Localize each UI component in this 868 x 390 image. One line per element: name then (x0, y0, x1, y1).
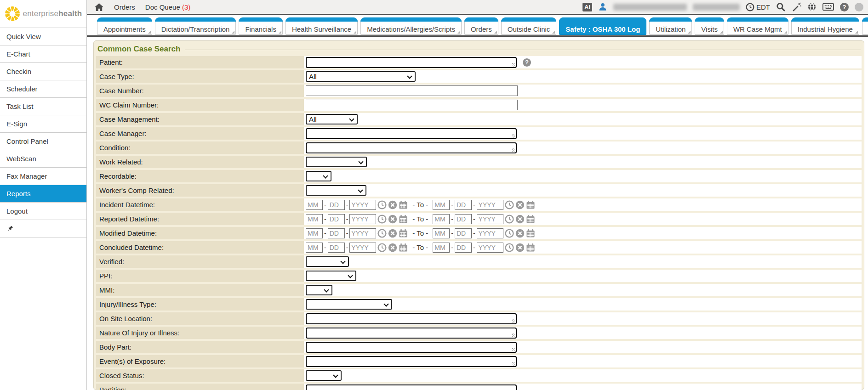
timezone-indicator[interactable]: EDT (746, 3, 770, 11)
tab-safety-osha-300-log[interactable]: Safety : OSHA 300 Log (559, 17, 646, 35)
sidebar-item-scheduler[interactable]: Scheduler (0, 80, 86, 98)
month-input[interactable] (433, 214, 450, 224)
globe-icon[interactable] (807, 2, 817, 11)
calendar-icon[interactable] (526, 229, 535, 238)
clear-date-icon[interactable] (388, 243, 397, 252)
month-input[interactable] (433, 228, 450, 238)
sidebar-item-fax-manager[interactable]: Fax Manager (0, 168, 86, 185)
year-input[interactable] (349, 228, 376, 238)
pin-icon[interactable] (7, 225, 14, 232)
time-picker-icon[interactable] (377, 243, 387, 252)
body-part-input[interactable] (306, 342, 517, 353)
search-icon[interactable] (776, 2, 786, 12)
sidebar-item-control-panel[interactable]: Control Panel (0, 133, 86, 150)
sidebar-item-logout[interactable]: Logout (0, 203, 86, 220)
day-input[interactable] (328, 200, 345, 210)
case-management-select[interactable]: All (306, 114, 358, 124)
clear-date-icon[interactable] (515, 243, 525, 252)
calendar-icon[interactable] (399, 229, 408, 238)
sidebar-item-quick-view[interactable]: Quick View (0, 28, 86, 45)
sidebar-item-e-sign[interactable]: E-Sign (0, 115, 86, 133)
injury-illness-type-select[interactable] (306, 299, 392, 310)
tab-hr-data-feed[interactable]: HR Data Feed (862, 17, 868, 35)
keyboard-icon[interactable] (822, 3, 834, 11)
day-input[interactable] (328, 243, 345, 253)
year-input[interactable] (349, 243, 376, 253)
sidebar-pin-row[interactable] (0, 220, 86, 237)
month-input[interactable] (433, 243, 450, 253)
day-input[interactable] (328, 228, 345, 238)
year-input[interactable] (477, 200, 503, 210)
condition-input[interactable] (306, 142, 517, 153)
year-input[interactable] (477, 228, 503, 238)
mmi-select[interactable] (306, 285, 332, 295)
nav-orders[interactable]: Orders (114, 3, 135, 11)
tab-outside-clinic[interactable]: Outside Clinic (501, 17, 557, 35)
time-picker-icon[interactable] (505, 229, 514, 238)
clear-date-icon[interactable] (388, 200, 397, 209)
clear-date-icon[interactable] (515, 215, 525, 224)
month-input[interactable] (306, 214, 323, 224)
case-type-select[interactable]: All (306, 71, 416, 82)
time-picker-icon[interactable] (377, 229, 387, 238)
month-input[interactable] (306, 243, 323, 253)
time-picker-icon[interactable] (377, 200, 387, 209)
tab-medications-allergies-scripts[interactable]: Medications/Allergies/Scripts (360, 17, 462, 35)
time-picker-icon[interactable] (505, 243, 514, 252)
ppi-select[interactable] (306, 271, 356, 281)
day-input[interactable] (455, 200, 472, 210)
clear-date-icon[interactable] (388, 229, 397, 238)
calendar-icon[interactable] (399, 243, 408, 252)
magic-wand-icon[interactable] (792, 2, 801, 12)
year-input[interactable] (477, 243, 503, 253)
calendar-icon[interactable] (526, 215, 535, 224)
tab-industrial-hygiene[interactable]: Industrial Hygiene (791, 17, 859, 35)
sidebar-item-reports[interactable]: Reports (0, 185, 86, 203)
calendar-icon[interactable] (399, 215, 408, 224)
partition-input[interactable] (306, 384, 517, 390)
event-s-of-exposure-input[interactable] (306, 356, 517, 367)
clear-date-icon[interactable] (388, 215, 397, 224)
recordable-select[interactable] (306, 171, 331, 181)
help-icon[interactable]: ? (840, 3, 849, 11)
clear-date-icon[interactable] (515, 229, 525, 238)
year-input[interactable] (477, 214, 503, 224)
tab-utilization[interactable]: Utilization (649, 17, 692, 35)
tab-health-surveillance[interactable]: Health Surveillance (286, 17, 358, 35)
closed-status-select[interactable] (306, 370, 342, 381)
month-input[interactable] (433, 200, 450, 210)
tab-financials[interactable]: Financials (239, 17, 283, 35)
month-input[interactable] (306, 228, 323, 238)
calendar-icon[interactable] (399, 200, 408, 209)
sidebar-item-e-chart[interactable]: E-Chart (0, 45, 86, 63)
nav-doc-queue[interactable]: Doc Queue (3) (145, 3, 190, 11)
work-related-select[interactable] (306, 157, 367, 167)
sidebar-item-checkin[interactable]: Checkin (0, 63, 86, 80)
worker-s-comp-related-select[interactable] (306, 185, 366, 196)
time-picker-icon[interactable] (377, 215, 387, 224)
calendar-icon[interactable] (526, 200, 535, 209)
tab-visits[interactable]: Visits (695, 17, 724, 35)
avatar-placeholder[interactable] (855, 3, 863, 11)
tab-appointments[interactable]: Appointments (97, 17, 152, 35)
wc-claim-number-input[interactable] (306, 100, 518, 110)
year-input[interactable] (349, 214, 376, 224)
day-input[interactable] (328, 214, 345, 224)
nature-of-injury-or-illness-input[interactable] (306, 328, 517, 339)
time-picker-icon[interactable] (505, 215, 514, 224)
day-input[interactable] (455, 228, 472, 238)
field-help-icon[interactable]: ? (523, 58, 531, 67)
day-input[interactable] (455, 214, 472, 224)
day-input[interactable] (455, 243, 472, 253)
on-site-location-input[interactable] (306, 313, 517, 324)
year-input[interactable] (349, 200, 376, 210)
tab-wr-case-mgmt[interactable]: WR Case Mgmt (727, 17, 788, 35)
verified-select[interactable] (306, 256, 349, 267)
sidebar-item-task-list[interactable]: Task List (0, 98, 86, 115)
time-picker-icon[interactable] (505, 200, 514, 209)
case-manager-input[interactable] (306, 128, 517, 139)
ai-badge[interactable]: AI (582, 3, 592, 11)
tab-orders[interactable]: Orders (464, 17, 498, 35)
patient-input[interactable] (306, 57, 517, 68)
sidebar-item-webscan[interactable]: WebScan (0, 150, 86, 168)
